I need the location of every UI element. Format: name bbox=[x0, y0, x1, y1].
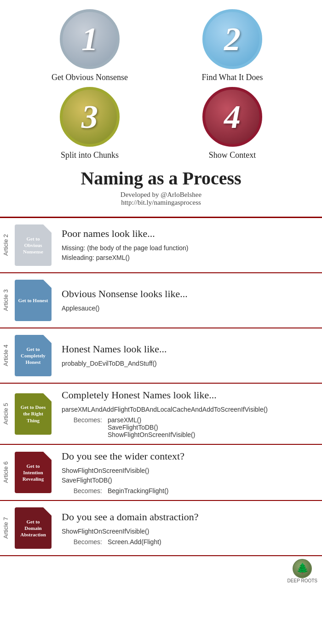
article-label-1: Article 3 bbox=[0, 273, 11, 328]
doc-icon-text-3: Get to Does the Right Thing bbox=[15, 402, 52, 426]
article-label-4: Article 6 bbox=[0, 445, 11, 500]
becomes-values-5: Screen.Add(Flight) bbox=[108, 538, 161, 546]
step-1: 1 Get Obvious Nonsense bbox=[23, 9, 156, 82]
article-icon-col-5: Get to Domain Abstraction bbox=[11, 501, 55, 555]
subtitle-author: Developed by @ArloBelshee bbox=[9, 191, 313, 199]
article-body-line-5-0: ShowFlightOnScreenIfVisible() bbox=[62, 527, 316, 536]
step-3-circle: 3 bbox=[60, 87, 120, 147]
becomes-label-3: Becomes: bbox=[62, 416, 108, 424]
article-icon-col-2: Get to Completely Honest bbox=[11, 328, 55, 383]
article-body-line-0-1: Misleading: parseXML() bbox=[62, 253, 316, 263]
doc-icon-5: Get to Domain Abstraction bbox=[15, 507, 52, 549]
article-content-0: Poor names look like...Missing: (the bod… bbox=[55, 218, 322, 272]
becomes-values-3: parseXML()SaveFlightToDB()ShowFlightOnSc… bbox=[108, 416, 195, 438]
doc-icon-text-4: Get to Intention Revealing bbox=[15, 461, 52, 484]
article-content-1: Obvious Nonsense looks like...Applesauce… bbox=[55, 273, 322, 328]
step-2-circle: 2 bbox=[202, 9, 262, 69]
tree-icon: 🌲 bbox=[296, 563, 309, 575]
main-title: Naming as a Process bbox=[9, 167, 313, 189]
becomes-row-3: Becomes:parseXML()SaveFlightToDB()ShowFl… bbox=[62, 416, 316, 438]
article-heading-2: Honest Names look like... bbox=[62, 343, 316, 355]
article-content-4: Do you see the wider context?ShowFlightO… bbox=[55, 445, 322, 500]
doc-icon-4: Get to Intention Revealing bbox=[15, 452, 52, 493]
article-body-line-4-1: SaveFlightToDB() bbox=[62, 476, 316, 485]
article-content-3: Completely Honest Names look like...pars… bbox=[55, 384, 322, 444]
step-1-label: Get Obvious Nonsense bbox=[52, 73, 128, 82]
article-heading-1: Obvious Nonsense looks like... bbox=[62, 288, 316, 300]
doc-icon-3: Get to Does the Right Thing bbox=[15, 393, 52, 435]
becomes-value-3-0: parseXML() bbox=[108, 416, 195, 424]
becomes-values-4: BeginTrackingFlight() bbox=[108, 487, 169, 494]
becomes-value-4-0: BeginTrackingFlight() bbox=[108, 487, 169, 494]
title-block: Naming as a Process Developed by @ArloBe… bbox=[9, 167, 313, 207]
article-heading-4: Do you see the wider context? bbox=[62, 450, 316, 462]
step-4-circle: 4 bbox=[202, 87, 262, 147]
becomes-value-3-1: SaveFlightToDB() bbox=[108, 424, 195, 431]
article-heading-5: Do you see a domain abstraction? bbox=[62, 511, 316, 523]
article-row-1: Article 3Get to HonestObvious Nonsense l… bbox=[0, 273, 322, 328]
article-heading-0: Poor names look like... bbox=[62, 228, 316, 240]
step-3-number: 3 bbox=[81, 98, 98, 136]
top-section: 1 Get Obvious Nonsense 2 Find What It Do… bbox=[0, 0, 322, 211]
step-4: 4 Show Context bbox=[166, 87, 299, 160]
deep-roots-label: DEEP ROOTS bbox=[288, 578, 317, 583]
article-icon-col-1: Get to Honest bbox=[11, 273, 55, 328]
doc-icon-0: Get to Obvious Nonsense bbox=[15, 224, 52, 266]
article-row-3: Article 5Get to Does the Right ThingComp… bbox=[0, 384, 322, 445]
article-body-line-0-0: Missing: (the body of the page load func… bbox=[62, 243, 316, 253]
article-row-4: Article 6Get to Intention RevealingDo yo… bbox=[0, 445, 322, 501]
doc-icon-text-0: Get to Obvious Nonsense bbox=[15, 234, 52, 257]
article-label-2: Article 4 bbox=[0, 328, 11, 383]
becomes-value-5-0: Screen.Add(Flight) bbox=[108, 538, 161, 546]
article-icon-col-4: Get to Intention Revealing bbox=[11, 445, 55, 500]
article-row-0: Article 2Get to Obvious NonsensePoor nam… bbox=[0, 218, 322, 273]
doc-icon-text-5: Get to Domain Abstraction bbox=[15, 517, 52, 540]
article-body-line-2-0: probably_DoEvilToDB_AndStuff() bbox=[62, 359, 316, 368]
article-label-3: Article 5 bbox=[0, 384, 11, 444]
article-row-5: Article 7Get to Domain AbstractionDo you… bbox=[0, 501, 322, 556]
article-label-5: Article 7 bbox=[0, 501, 11, 555]
doc-icon-2: Get to Completely Honest bbox=[15, 335, 52, 376]
logo-circle: 🌲 bbox=[293, 559, 312, 578]
article-icon-col-0: Get to Obvious Nonsense bbox=[11, 218, 55, 272]
becomes-value-3-2: ShowFlightOnScreenIfVisible() bbox=[108, 431, 195, 438]
step-4-label: Show Context bbox=[209, 150, 256, 160]
doc-icon-1: Get to Honest bbox=[15, 280, 52, 321]
step-4-number: 4 bbox=[224, 98, 241, 136]
article-row-2: Article 4Get to Completely HonestHonest … bbox=[0, 328, 322, 384]
step-2: 2 Find What It Does bbox=[166, 9, 299, 82]
article-body-line-3-0: parseXMLAndAddFlightToDBAndLocalCacheAnd… bbox=[62, 405, 316, 414]
article-icon-col-3: Get to Does the Right Thing bbox=[11, 384, 55, 444]
deep-roots-area: 🌲 DEEP ROOTS bbox=[0, 556, 322, 586]
step-3-label: Split into Chunks bbox=[61, 150, 119, 160]
step-2-label: Find What It Does bbox=[201, 73, 263, 82]
article-content-5: Do you see a domain abstraction?ShowFlig… bbox=[55, 501, 322, 555]
step-2-number: 2 bbox=[224, 20, 241, 58]
article-body-line-1-0: Applesauce() bbox=[62, 304, 316, 313]
becomes-row-5: Becomes:Screen.Add(Flight) bbox=[62, 538, 316, 546]
article-label-0: Article 2 bbox=[0, 218, 11, 272]
doc-icon-text-2: Get to Completely Honest bbox=[15, 344, 52, 368]
step-3: 3 Split into Chunks bbox=[23, 87, 156, 160]
becomes-row-4: Becomes:BeginTrackingFlight() bbox=[62, 487, 316, 494]
articles-section: Article 2Get to Obvious NonsensePoor nam… bbox=[0, 217, 322, 556]
becomes-label-4: Becomes: bbox=[62, 487, 108, 494]
steps-grid: 1 Get Obvious Nonsense 2 Find What It Do… bbox=[23, 9, 299, 160]
step-1-number: 1 bbox=[81, 20, 98, 58]
step-1-circle: 1 bbox=[60, 9, 120, 69]
article-content-2: Honest Names look like...probably_DoEvil… bbox=[55, 328, 322, 383]
article-body-line-4-0: ShowFlightOnScreenIfVisible() bbox=[62, 466, 316, 476]
subtitle-url: http://bit.ly/namingasprocess bbox=[9, 199, 313, 207]
article-heading-3: Completely Honest Names look like... bbox=[62, 389, 316, 401]
doc-icon-text-1: Get to Honest bbox=[16, 295, 51, 305]
deep-roots-logo: 🌲 DEEP ROOTS bbox=[288, 559, 317, 583]
becomes-label-5: Becomes: bbox=[62, 538, 108, 546]
